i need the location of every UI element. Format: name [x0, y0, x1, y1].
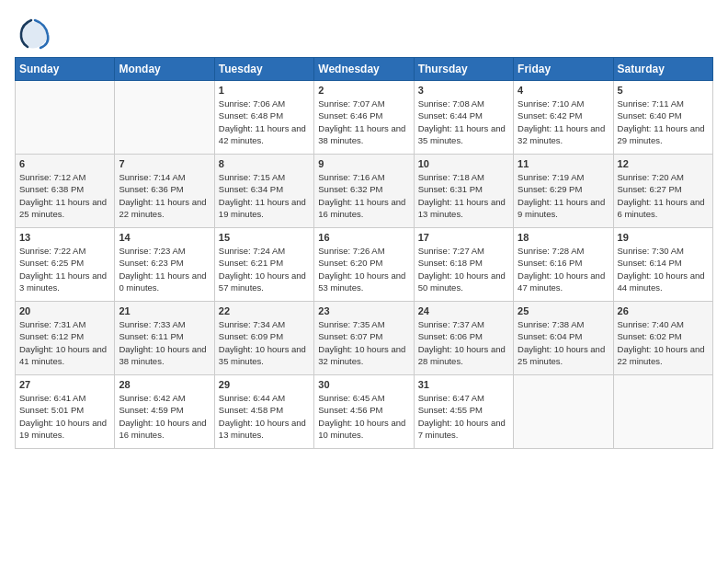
column-header-thursday: Thursday [414, 58, 513, 81]
calendar-cell: 25Sunrise: 7:38 AMSunset: 6:04 PMDayligh… [514, 302, 613, 375]
calendar-cell: 14Sunrise: 7:23 AMSunset: 6:23 PMDayligh… [115, 228, 214, 302]
day-number: 7 [119, 158, 210, 169]
calendar-cell: 6Sunrise: 7:12 AMSunset: 6:38 PMDaylight… [16, 155, 115, 228]
calendar-cell [115, 81, 214, 155]
calendar-cell: 3Sunrise: 7:08 AMSunset: 6:44 PMDaylight… [414, 81, 513, 155]
day-number: 30 [318, 379, 409, 390]
day-info: Sunrise: 6:47 AMSunset: 4:55 PMDaylight:… [418, 392, 509, 441]
day-number: 9 [318, 158, 409, 169]
calendar-week-row: 20Sunrise: 7:31 AMSunset: 6:12 PMDayligh… [16, 302, 713, 375]
day-info: Sunrise: 7:15 AMSunset: 6:34 PMDaylight:… [219, 171, 310, 220]
day-info: Sunrise: 7:06 AMSunset: 6:48 PMDaylight:… [219, 98, 310, 146]
calendar-cell: 9Sunrise: 7:16 AMSunset: 6:32 PMDaylight… [314, 155, 414, 228]
calendar-cell: 11Sunrise: 7:19 AMSunset: 6:29 PMDayligh… [514, 155, 613, 228]
calendar-cell: 5Sunrise: 7:11 AMSunset: 6:40 PMDaylight… [613, 81, 712, 155]
calendar-cell: 13Sunrise: 7:22 AMSunset: 6:25 PMDayligh… [16, 228, 115, 302]
calendar-cell: 12Sunrise: 7:20 AMSunset: 6:27 PMDayligh… [613, 155, 712, 228]
day-info: Sunrise: 7:10 AMSunset: 6:42 PMDaylight:… [518, 98, 609, 146]
day-info: Sunrise: 7:38 AMSunset: 6:04 PMDaylight:… [518, 318, 609, 367]
day-number: 28 [119, 379, 210, 390]
day-number: 27 [19, 379, 110, 390]
day-number: 25 [518, 305, 609, 316]
day-number: 20 [19, 305, 110, 316]
column-header-sunday: Sunday [16, 58, 115, 81]
day-info: Sunrise: 7:23 AMSunset: 6:23 PMDaylight:… [119, 245, 210, 293]
day-number: 8 [219, 158, 310, 169]
day-info: Sunrise: 7:24 AMSunset: 6:21 PMDaylight:… [219, 245, 310, 293]
calendar-cell: 20Sunrise: 7:31 AMSunset: 6:12 PMDayligh… [16, 302, 115, 375]
day-info: Sunrise: 7:19 AMSunset: 6:29 PMDaylight:… [518, 171, 609, 220]
calendar-week-row: 6Sunrise: 7:12 AMSunset: 6:38 PMDaylight… [16, 155, 713, 228]
day-number: 29 [219, 379, 310, 390]
day-info: Sunrise: 7:18 AMSunset: 6:31 PMDaylight:… [418, 171, 509, 220]
day-number: 11 [518, 158, 609, 169]
day-number: 12 [618, 158, 709, 169]
calendar-cell [16, 81, 115, 155]
calendar-cell: 30Sunrise: 6:45 AMSunset: 4:56 PMDayligh… [314, 375, 414, 449]
day-number: 13 [19, 232, 110, 243]
day-number: 2 [318, 85, 409, 96]
calendar-cell: 17Sunrise: 7:27 AMSunset: 6:18 PMDayligh… [414, 228, 513, 302]
day-info: Sunrise: 6:42 AMSunset: 4:59 PMDaylight:… [119, 392, 210, 441]
calendar-header-row: SundayMondayTuesdayWednesdayThursdayFrid… [16, 58, 713, 81]
day-number: 3 [418, 85, 509, 96]
day-number: 10 [418, 158, 509, 169]
column-header-friday: Friday [514, 58, 613, 81]
day-info: Sunrise: 7:34 AMSunset: 6:09 PMDaylight:… [219, 318, 310, 367]
day-info: Sunrise: 7:16 AMSunset: 6:32 PMDaylight:… [318, 171, 409, 220]
day-number: 5 [618, 85, 709, 96]
day-number: 4 [518, 85, 609, 96]
calendar-cell: 26Sunrise: 7:40 AMSunset: 6:02 PMDayligh… [613, 302, 712, 375]
calendar-cell [514, 375, 613, 449]
calendar-cell: 28Sunrise: 6:42 AMSunset: 4:59 PMDayligh… [115, 375, 214, 449]
day-number: 19 [618, 232, 709, 243]
day-number: 21 [119, 305, 210, 316]
day-number: 15 [219, 232, 310, 243]
calendar-cell: 4Sunrise: 7:10 AMSunset: 6:42 PMDaylight… [514, 81, 613, 155]
calendar-cell: 24Sunrise: 7:37 AMSunset: 6:06 PMDayligh… [414, 302, 513, 375]
day-info: Sunrise: 7:27 AMSunset: 6:18 PMDaylight:… [418, 245, 509, 293]
calendar-cell: 27Sunrise: 6:41 AMSunset: 5:01 PMDayligh… [16, 375, 115, 449]
day-number: 6 [19, 158, 110, 169]
day-info: Sunrise: 7:31 AMSunset: 6:12 PMDaylight:… [19, 318, 110, 367]
day-info: Sunrise: 7:11 AMSunset: 6:40 PMDaylight:… [618, 98, 709, 146]
day-info: Sunrise: 7:28 AMSunset: 6:16 PMDaylight:… [518, 245, 609, 293]
day-info: Sunrise: 7:12 AMSunset: 6:38 PMDaylight:… [19, 171, 110, 220]
day-info: Sunrise: 7:07 AMSunset: 6:46 PMDaylight:… [318, 98, 409, 146]
column-header-monday: Monday [115, 58, 214, 81]
calendar-cell: 18Sunrise: 7:28 AMSunset: 6:16 PMDayligh… [514, 228, 613, 302]
day-info: Sunrise: 7:08 AMSunset: 6:44 PMDaylight:… [418, 98, 509, 146]
day-info: Sunrise: 6:44 AMSunset: 4:58 PMDaylight:… [219, 392, 310, 441]
calendar-cell: 1Sunrise: 7:06 AMSunset: 6:48 PMDaylight… [214, 81, 313, 155]
day-number: 1 [219, 85, 310, 96]
calendar-week-row: 1Sunrise: 7:06 AMSunset: 6:48 PMDaylight… [16, 81, 713, 155]
day-number: 31 [418, 379, 509, 390]
calendar-cell: 16Sunrise: 7:26 AMSunset: 6:20 PMDayligh… [314, 228, 414, 302]
day-info: Sunrise: 7:22 AMSunset: 6:25 PMDaylight:… [19, 245, 110, 293]
column-header-saturday: Saturday [613, 58, 712, 81]
day-info: Sunrise: 7:20 AMSunset: 6:27 PMDaylight:… [618, 171, 709, 220]
calendar-cell: 7Sunrise: 7:14 AMSunset: 6:36 PMDaylight… [115, 155, 214, 228]
day-number: 17 [418, 232, 509, 243]
calendar-cell: 22Sunrise: 7:34 AMSunset: 6:09 PMDayligh… [214, 302, 313, 375]
day-number: 18 [518, 232, 609, 243]
day-number: 14 [119, 232, 210, 243]
calendar-cell: 10Sunrise: 7:18 AMSunset: 6:31 PMDayligh… [414, 155, 513, 228]
page-header [15, 15, 713, 48]
day-number: 23 [318, 305, 409, 316]
calendar-cell: 29Sunrise: 6:44 AMSunset: 4:58 PMDayligh… [214, 375, 313, 449]
day-number: 24 [418, 305, 509, 316]
logo [15, 15, 51, 48]
day-info: Sunrise: 7:40 AMSunset: 6:02 PMDaylight:… [618, 318, 709, 367]
calendar-table: SundayMondayTuesdayWednesdayThursdayFrid… [15, 57, 713, 449]
calendar-cell: 15Sunrise: 7:24 AMSunset: 6:21 PMDayligh… [214, 228, 313, 302]
day-info: Sunrise: 6:41 AMSunset: 5:01 PMDaylight:… [19, 392, 110, 441]
day-info: Sunrise: 7:26 AMSunset: 6:20 PMDaylight:… [318, 245, 409, 293]
day-info: Sunrise: 7:33 AMSunset: 6:11 PMDaylight:… [119, 318, 210, 367]
calendar-week-row: 13Sunrise: 7:22 AMSunset: 6:25 PMDayligh… [16, 228, 713, 302]
day-number: 26 [618, 305, 709, 316]
logo-icon [15, 15, 48, 48]
day-info: Sunrise: 7:37 AMSunset: 6:06 PMDaylight:… [418, 318, 509, 367]
calendar-cell: 19Sunrise: 7:30 AMSunset: 6:14 PMDayligh… [613, 228, 712, 302]
calendar-cell: 8Sunrise: 7:15 AMSunset: 6:34 PMDaylight… [214, 155, 313, 228]
